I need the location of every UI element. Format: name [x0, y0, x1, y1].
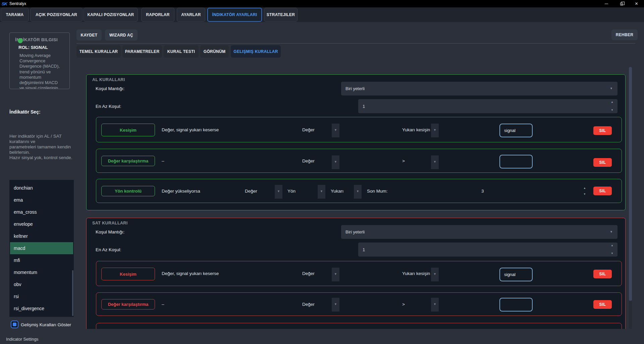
spinner-down-icon[interactable]: ▼: [611, 252, 613, 255]
status-bar-text: Indicator Settings: [6, 337, 39, 342]
indicator-item-mfi[interactable]: mfi: [10, 254, 73, 266]
nav-tab-stratejiler[interactable]: STRATEJILER: [264, 8, 298, 22]
param3-dropdown-button[interactable]: ▼: [354, 185, 362, 199]
title-bar: SK Sentralyx ✕: [0, 0, 644, 7]
nav-tab-kapali-pozisyonlar[interactable]: KAPALI POZISYONLAR: [84, 8, 138, 22]
rule-value-input[interactable]: [499, 155, 533, 168]
buy-min-spinner[interactable]: 1 ▲ ▼: [358, 99, 618, 113]
indicator-item-macd[interactable]: macd: [10, 242, 73, 254]
sell-logic-label: Koşul Mantığı:: [96, 225, 124, 239]
checkbox-check-icon: [13, 323, 16, 326]
param1-dropdown-button[interactable]: ▼: [332, 298, 339, 312]
restore-icon: [620, 3, 623, 5]
advanced-rules-checkbox-label: Gelişmiş Kuralları Göster: [21, 322, 71, 327]
chevron-down-icon: ▼: [334, 160, 337, 163]
toolbar-divider: [76, 43, 635, 44]
rule-type-chip[interactable]: Yön kontrolü: [101, 186, 155, 196]
rule-type-chip[interactable]: Değer karşılaştırma: [101, 299, 155, 309]
param2-dropdown-button[interactable]: ▼: [431, 155, 439, 169]
sell-min-value: 1: [363, 247, 365, 252]
close-button[interactable]: ✕: [629, 0, 644, 7]
indicator-hint-text: Her indikatör için AL / SAT kurallarını …: [9, 134, 72, 160]
chevron-down-icon: ▼: [334, 272, 337, 276]
main-nav-bar: TARAMA AÇIK POZISYONLAR KAPALI POZISYONL…: [0, 7, 644, 22]
nav-tab-indikator-ayarlari[interactable]: İNDIKATÖR AYARLARI: [207, 8, 262, 22]
spinner-up-icon[interactable]: ▲: [611, 101, 613, 104]
buy-logic-value: Biri yeterli: [345, 86, 365, 91]
tab-gorunum[interactable]: GÖRÜNÜM: [200, 45, 229, 58]
indicator-item-ema[interactable]: ema: [10, 194, 73, 206]
buy-rule-row-1: Kesişim Değer, signal yukarı keserse Değ…: [96, 117, 622, 142]
spinner-up-icon[interactable]: ▲: [611, 244, 613, 247]
indicator-item-rsi-divergence[interactable]: rsi_divergence: [10, 302, 73, 315]
list-scrollbar[interactable]: [72, 270, 73, 316]
param2-dropdown-button[interactable]: ▼: [431, 298, 439, 312]
indicator-item-envelope[interactable]: envelope: [10, 218, 73, 230]
tab-kural-testi[interactable]: KURAL TESTI: [164, 45, 199, 58]
save-button[interactable]: KAYDET: [76, 29, 102, 41]
delete-rule-button[interactable]: SIL: [593, 158, 612, 167]
indicator-item-donchian[interactable]: donchian: [10, 182, 73, 194]
tab-gelismis-kurallar[interactable]: GELIŞMIŞ KURALLAR: [231, 45, 281, 58]
nav-tab-raporlar[interactable]: RAPORLAR: [141, 8, 174, 22]
restore-button[interactable]: [614, 0, 629, 7]
nav-tab-ayarlar[interactable]: AYARLAR: [177, 8, 205, 22]
sell-rule-row-3: [96, 323, 622, 329]
son-mum-label: Son Mum:: [367, 179, 388, 203]
son-mum-spinner[interactable]: ▲▼: [583, 187, 586, 196]
param1-dropdown-button[interactable]: ▼: [275, 185, 282, 199]
delete-rule-button[interactable]: SIL: [593, 126, 612, 135]
indicator-item-rsi[interactable]: rsi: [10, 290, 73, 302]
rule-value-input[interactable]: signal: [499, 268, 533, 281]
close-icon: ✕: [635, 1, 638, 6]
sell-rule-row-1: Kesişim Değer, signal yukarı keserse Değ…: [96, 261, 622, 286]
rule-type-chip[interactable]: Değer karşılaştırma: [101, 156, 155, 166]
sell-rule-row-2: Değer karşılaştırma – Değer ▼ > ▼ SIL: [96, 292, 622, 316]
tab-parametreler[interactable]: PARAMETRELER: [122, 45, 162, 58]
tab-temel-kurallar[interactable]: TEMEL KURALLAR: [76, 45, 121, 58]
param2-dropdown-button[interactable]: ▼: [318, 185, 325, 199]
chevron-down-icon: ▼: [356, 190, 359, 193]
main-scrollbar-thumb[interactable]: [629, 67, 632, 301]
nav-tab-acik-pozisyonlar[interactable]: AÇIK POZISYONLAR: [30, 8, 83, 22]
param2-dropdown-button[interactable]: ▼: [431, 268, 439, 281]
chevron-down-icon: ▼: [433, 272, 436, 276]
param1-dropdown-button[interactable]: ▼: [332, 155, 339, 169]
rule-param1-label: Değer: [302, 117, 315, 142]
window-controls: ✕: [599, 0, 644, 7]
advanced-rules-checkbox[interactable]: [11, 321, 18, 328]
indicator-item-keltner[interactable]: keltner: [10, 230, 73, 242]
rule-param1-label: Değer: [302, 293, 315, 316]
buy-logic-dropdown[interactable]: Biri yeterli ▼: [341, 82, 618, 95]
rule-type-chip[interactable]: Kesişim: [101, 124, 155, 136]
param2-dropdown-button[interactable]: ▼: [431, 124, 439, 137]
wizard-open-button[interactable]: WIZARD AÇ: [105, 29, 138, 41]
guide-button[interactable]: REHBER: [611, 29, 638, 40]
minimize-button[interactable]: [599, 0, 614, 7]
indicator-item-ema-cross[interactable]: ema_cross: [10, 206, 73, 218]
nav-tab-tarama[interactable]: TARAMA: [1, 8, 29, 22]
main-scrollbar-track[interactable]: [629, 67, 632, 329]
rule-value-input[interactable]: [499, 298, 533, 312]
rule-value-input[interactable]: signal: [499, 124, 533, 137]
chevron-down-icon: ▼: [334, 128, 337, 132]
buy-rules-title: AL KURALLARI: [92, 77, 125, 82]
rule-type-chip[interactable]: Kesişim: [101, 268, 155, 280]
spinner-down-icon[interactable]: ▼: [611, 109, 613, 112]
sell-logic-dropdown[interactable]: Biri yeterli ▼: [341, 225, 618, 239]
chevron-down-icon: ▼: [433, 160, 436, 163]
indicator-item-obv[interactable]: obv: [10, 278, 73, 290]
param1-dropdown-button[interactable]: ▼: [332, 124, 339, 137]
indicator-select-label: İndikatör Seç:: [9, 109, 41, 115]
delete-rule-button[interactable]: SIL: [593, 187, 612, 195]
delete-rule-button[interactable]: SIL: [593, 270, 612, 278]
chevron-down-icon: ▼: [334, 302, 337, 306]
indicator-list: donchian ema ema_cross envelope keltner …: [9, 180, 74, 317]
rule-description: Değer yükseliyorsa: [162, 179, 200, 203]
sell-min-spinner[interactable]: 1 ▲ ▼: [358, 243, 618, 257]
rule-description: –: [162, 293, 164, 316]
delete-rule-button[interactable]: SIL: [593, 300, 612, 309]
indicator-item-momentum[interactable]: momentum: [10, 266, 73, 278]
param1-dropdown-button[interactable]: ▼: [332, 268, 339, 281]
rule-param2-label: Yukarı kesişin: [402, 117, 430, 142]
